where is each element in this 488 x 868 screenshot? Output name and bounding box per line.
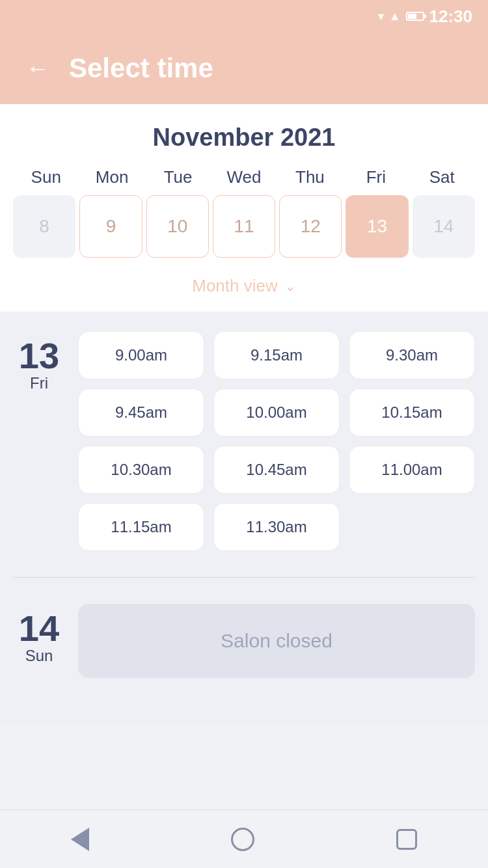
time-slot-900am[interactable]: 9.00am (78, 331, 204, 379)
weekday-mon: Mon (79, 167, 144, 187)
date-cell-9[interactable]: 9 (79, 195, 142, 258)
weekday-row: Sun Mon Tue Wed Thu Fri Sat (13, 167, 475, 187)
date-cell-10[interactable]: 10 (146, 195, 209, 258)
time-slot-930am[interactable]: 9.30am (349, 331, 475, 379)
nav-home-icon (231, 828, 254, 851)
date-cell-13[interactable]: 13 (346, 195, 408, 258)
date-cell-8[interactable]: 8 (13, 195, 75, 258)
time-slot-945am[interactable]: 9.45am (78, 388, 204, 437)
nav-recent-button[interactable] (396, 829, 417, 850)
page-title: Select time (69, 53, 213, 84)
date-cell-11[interactable]: 11 (213, 195, 275, 258)
wifi-icon: ▾ (378, 9, 384, 23)
day-block-14: 14 Sun Salon closed (13, 604, 475, 678)
date-cell-14[interactable]: 14 (413, 195, 475, 258)
time-slot-1045am[interactable]: 10.45am (213, 446, 340, 494)
chevron-down-icon: ⌄ (284, 278, 296, 295)
time-slot-1115am[interactable]: 11.15am (78, 503, 204, 551)
time-slot-1000am[interactable]: 10.00am (213, 388, 340, 437)
day-label-14: 14 Sun (13, 604, 65, 678)
back-icon: ← (26, 55, 49, 82)
header: ← Select time (0, 33, 488, 104)
salon-closed-label: Salon closed (78, 604, 475, 678)
time-slot-1015am[interactable]: 10.15am (349, 388, 475, 437)
time-slot-915am[interactable]: 9.15am (213, 331, 340, 379)
weekday-sat: Sat (409, 167, 475, 187)
time-slot-1130am[interactable]: 11.30am (213, 503, 340, 551)
day-label-13: 13 Fri (13, 331, 65, 551)
weekday-wed: Wed (211, 167, 277, 187)
day-name-13: Fri (30, 374, 48, 392)
time-slot-1030am[interactable]: 10.30am (78, 446, 204, 494)
bottom-nav (0, 809, 488, 868)
nav-home-button[interactable] (231, 828, 254, 851)
nav-back-icon (71, 828, 89, 851)
day-name-14: Sun (25, 647, 53, 665)
status-bar: ▾ ▲ 12:30 (0, 0, 488, 33)
calendar-section: November 2021 Sun Mon Tue Wed Thu Fri Sa… (0, 104, 488, 312)
day-block-13: 13 Fri 9.00am 9.15am 9.30am 9.45am 10.00… (13, 331, 475, 551)
day-number-14: 14 (19, 610, 59, 647)
day-number-13: 13 (19, 338, 59, 374)
battery-icon (406, 12, 424, 21)
weekday-fri: Fri (343, 167, 409, 187)
status-icons: ▾ ▲ 12:30 (378, 7, 472, 27)
signal-icon: ▲ (389, 10, 401, 23)
status-time: 12:30 (429, 7, 473, 27)
nav-recent-icon (396, 829, 417, 850)
dates-row: 8 9 10 11 12 13 14 (13, 195, 475, 258)
month-view-label: Month view (192, 276, 278, 296)
back-button[interactable]: ← (26, 55, 49, 82)
date-cell-12[interactable]: 12 (279, 195, 342, 258)
month-view-toggle[interactable]: Month view ⌄ (13, 271, 475, 299)
day-divider (13, 577, 475, 578)
time-slot-1100am[interactable]: 11.00am (349, 446, 475, 494)
weekday-sun: Sun (13, 167, 79, 187)
month-year-label: November 2021 (13, 124, 475, 152)
weekday-thu: Thu (277, 167, 343, 187)
nav-back-button[interactable] (71, 828, 89, 851)
slots-grid-13: 9.00am 9.15am 9.30am 9.45am 10.00am 10.1… (78, 331, 475, 551)
timeslots-section: 13 Fri 9.00am 9.15am 9.30am 9.45am 10.00… (0, 312, 488, 724)
weekday-tue: Tue (145, 167, 211, 187)
